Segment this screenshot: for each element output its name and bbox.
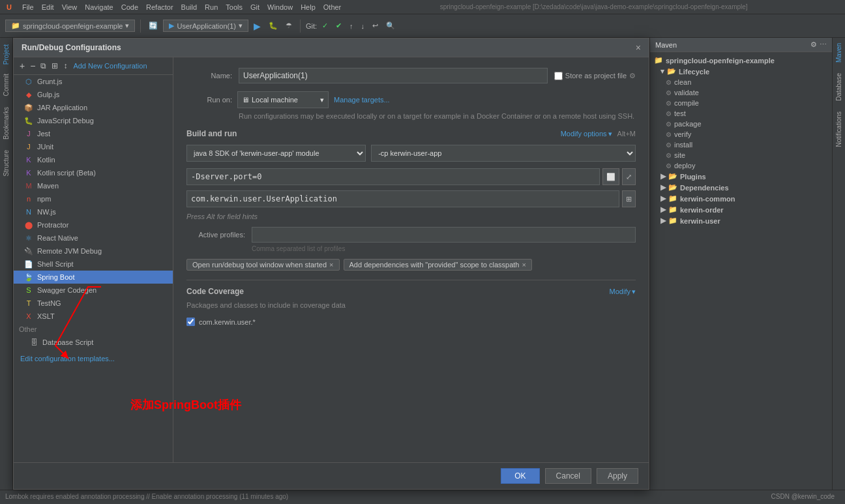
menu-navigate[interactable]: Navigate (81, 3, 117, 11)
manage-targets-link[interactable]: Manage targets... (334, 96, 390, 104)
git-check-button[interactable]: ✓ (319, 20, 331, 31)
modify-coverage-link[interactable]: Modify (610, 288, 630, 295)
config-item-protractor[interactable]: ⬤ Protractor (14, 218, 173, 231)
menu-code[interactable]: Code (117, 3, 142, 11)
maven-more-button[interactable]: ⋯ (820, 40, 827, 49)
close-button[interactable]: × (636, 42, 641, 53)
menu-tools[interactable]: Tools (222, 3, 246, 11)
git-tick-button[interactable]: ✔ (333, 20, 344, 31)
browse-main-class-button[interactable]: ⊞ (622, 190, 636, 207)
modify-options-link[interactable]: Modify options (561, 130, 607, 138)
maven-validate[interactable]: ⚙ validate (650, 87, 832, 98)
menu-window[interactable]: Window (263, 3, 297, 11)
tag-close-2[interactable]: × (522, 261, 526, 269)
menu-build[interactable]: Build (177, 3, 201, 11)
config-item-maven[interactable]: M Maven (14, 179, 173, 192)
config-item-shell-script[interactable]: 📄 Shell Script (14, 258, 173, 271)
chevron-down-icon[interactable]: ▾ (125, 22, 129, 30)
menu-edit[interactable]: Edit (38, 3, 58, 11)
add-config-button[interactable]: + (18, 60, 27, 72)
menu-file[interactable]: File (18, 3, 38, 11)
config-item-testng[interactable]: T TestNG (14, 297, 173, 310)
plugins-label: Plugins (680, 173, 706, 181)
maven-install[interactable]: ⚙ install (650, 140, 832, 150)
config-item-nwjs[interactable]: N NW.js (14, 205, 173, 218)
active-profiles-input[interactable] (252, 227, 636, 243)
maven-module-kerwin-user[interactable]: ▶ 📁 kerwin-user (650, 215, 832, 226)
maven-project-root[interactable]: 📁 springcloud-openfeign-example (650, 55, 832, 66)
structure-tab[interactable]: Structure (1, 145, 11, 182)
bookmarks-tab[interactable]: Bookmarks (1, 102, 11, 145)
config-item-swagger[interactable]: S Swagger Codegen (14, 284, 173, 297)
maven-compile[interactable]: ⚙ compile (650, 98, 832, 108)
lifecycle-verify: verify (674, 130, 691, 138)
main-class-input[interactable] (186, 190, 619, 207)
config-item-kotlin-script[interactable]: K Kotlin script (Beta) (14, 166, 173, 179)
tag-close-1[interactable]: × (329, 261, 333, 269)
config-item-react-native[interactable]: ⚛ React Native (14, 231, 173, 245)
run-config-select[interactable]: ▶ UserApplication(1) ▾ (163, 20, 248, 32)
menu-refactor[interactable]: Refactor (142, 3, 177, 11)
maven-settings-button[interactable]: ⚙ (810, 40, 817, 49)
maven-deploy[interactable]: ⚙ deploy (650, 160, 832, 171)
menu-view[interactable]: View (58, 3, 82, 11)
expand-vm-button[interactable]: ⬜ (602, 168, 619, 185)
commit-tab[interactable]: Commit (1, 68, 11, 101)
vm-options-input[interactable] (186, 168, 600, 185)
cancel-button[interactable]: Cancel (545, 468, 591, 484)
config-item-kotlin[interactable]: K Kotlin (14, 153, 173, 166)
sort-config-button[interactable]: ↕ (61, 61, 69, 71)
config-item-junit[interactable]: J JUnit (14, 140, 173, 153)
coverage-button[interactable]: ☂ (283, 20, 295, 31)
maven-module-kerwin-common[interactable]: ▶ 📁 kerwin-common (650, 193, 832, 204)
config-item-jar[interactable]: 📦 JAR Application (14, 101, 173, 114)
project-tab[interactable]: Project (1, 40, 11, 68)
debug-button[interactable]: 🐛 (266, 20, 280, 31)
config-item-database-script[interactable]: 🗄 Database Script (14, 336, 173, 349)
menu-other[interactable]: Other (319, 3, 346, 11)
search-button[interactable]: 🔍 (383, 20, 398, 31)
store-settings-icon[interactable]: ⚙ (629, 72, 636, 80)
config-item-gulpjs[interactable]: ◆ Gulp.js (14, 88, 173, 101)
maven-verify[interactable]: ⚙ verify (650, 129, 832, 140)
apply-button[interactable]: Apply (597, 468, 638, 484)
run-button[interactable]: ▶ (251, 20, 263, 33)
notifications-tab[interactable]: Notifications (834, 106, 844, 152)
maven-plugins-folder[interactable]: ▶ 📂 Plugins (650, 171, 832, 182)
undo-button[interactable]: ↩ (370, 20, 381, 31)
git-pull-button[interactable]: ↓ (359, 21, 368, 31)
coverage-checkbox[interactable] (186, 318, 195, 326)
maven-site[interactable]: ⚙ site (650, 150, 832, 160)
config-item-jsdebug[interactable]: 🐛 JavaScript Debug (14, 114, 173, 127)
edit-templates-link[interactable]: Edit configuration templates... (20, 355, 115, 363)
store-checkbox[interactable] (554, 72, 563, 80)
cp-select[interactable]: -cp kerwin-user-app (371, 145, 636, 162)
menu-run[interactable]: Run (201, 3, 222, 11)
config-item-xslt[interactable]: X XSLT (14, 310, 173, 323)
config-item-jest[interactable]: J Jest (14, 127, 173, 140)
menu-git[interactable]: Git (246, 3, 263, 11)
ok-button[interactable]: OK (501, 468, 539, 484)
config-item-remote-jvm[interactable]: 🔌 Remote JVM Debug (14, 245, 173, 258)
remove-config-button[interactable]: − (28, 60, 37, 72)
sdk-select[interactable]: java 8 SDK of 'kerwin-user-app' module (186, 145, 366, 162)
maven-test[interactable]: ⚙ test (650, 108, 832, 119)
menu-help[interactable]: Help (297, 3, 319, 11)
maven-module-kerwin-order[interactable]: ▶ 📁 kerwin-order (650, 204, 832, 215)
copy-config-button[interactable]: ⧉ (38, 61, 48, 71)
maven-lifecycle-folder[interactable]: ▾ 📂 Lifecycle (650, 66, 832, 77)
external-vm-button[interactable]: ⤢ (622, 168, 636, 185)
maven-dependencies-folder[interactable]: ▶ 📂 Dependencies (650, 182, 832, 193)
maven-clean[interactable]: ⚙ clean (650, 77, 832, 87)
config-item-npm[interactable]: n npm (14, 192, 173, 205)
git-push-button[interactable]: ↑ (347, 21, 356, 31)
sync-button[interactable]: 🔄 (146, 20, 160, 31)
database-tab[interactable]: Database (834, 68, 844, 106)
run-on-select[interactable]: 🖥 Local machine ▾ (237, 91, 329, 108)
maven-package[interactable]: ⚙ package (650, 119, 832, 129)
config-item-spring-boot[interactable]: 🍃 Spring Boot (14, 271, 173, 284)
name-input[interactable] (239, 68, 548, 83)
config-item-gruntjs[interactable]: ⬡ Grunt.js (14, 75, 173, 88)
template-config-button[interactable]: ⊞ (50, 61, 60, 71)
maven-tab[interactable]: Maven (834, 38, 844, 68)
